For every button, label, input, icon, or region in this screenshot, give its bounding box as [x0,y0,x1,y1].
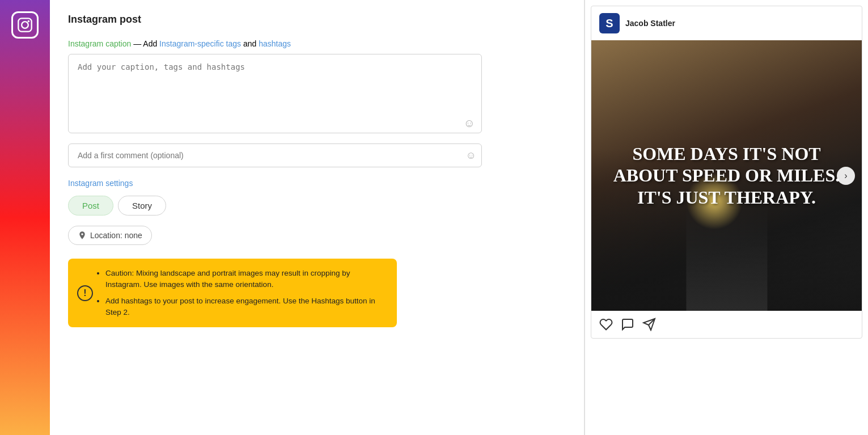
like-icon[interactable] [599,318,613,331]
comment-icon[interactable] [621,318,634,331]
location-label: Location: none [90,231,142,240]
caption-wrapper: ☺ [68,54,482,136]
warning-box: ! Caution: Mixing landscape and portrait… [68,259,397,327]
share-icon[interactable] [642,318,656,331]
story-button[interactable]: Story [118,196,166,216]
svg-point-1 [22,22,28,28]
preview-panel: S Jacob Statler SOME DAYS IT'S NOT ABOUT… [585,0,868,435]
caption-emoji-icon[interactable]: ☺ [464,117,475,130]
instagram-preview: S Jacob Statler SOME DAYS IT'S NOT ABOUT… [591,6,862,339]
next-arrow[interactable]: › [837,167,855,185]
preview-username: Jacob Statler [625,19,675,28]
instagram-sidebar-icon[interactable] [11,11,39,39]
comment-wrapper: ☺ [68,143,482,167]
svg-rect-0 [18,18,31,31]
preview-image-text: SOME DAYS IT'S NOT ABOUT SPEED OR MILES.… [591,132,862,219]
warning-item-2: Add hashtags to your post to increase en… [105,295,386,319]
caption-label-tags: Instagram-specific tags [159,39,241,48]
main-content: Instagram post Instagram caption — Add I… [50,0,585,435]
caption-label-and: and [241,39,259,48]
page-title: Instagram post [68,14,566,26]
avatar: S [599,13,620,33]
preview-image-container: SOME DAYS IT'S NOT ABOUT SPEED OR MILES.… [591,40,862,311]
location-icon [78,231,87,240]
instagram-settings-label: Instagram settings [68,179,566,188]
location-button[interactable]: Location: none [68,226,152,245]
post-type-toggle: Post Story [68,196,566,216]
comment-icons: ☺ [466,150,476,162]
warning-icon: ! [77,285,93,301]
sidebar [0,0,50,435]
caption-label: Instagram caption — Add Instagram-specif… [68,39,566,48]
comment-emoji-icon[interactable]: ☺ [466,150,476,162]
preview-header: S Jacob Statler [591,6,862,40]
caption-label-start: Instagram caption [68,39,131,48]
caption-label-dash: — Add [131,39,159,48]
svg-point-2 [28,20,30,23]
preview-actions [591,311,862,338]
comment-input[interactable] [68,143,482,167]
warning-item-1: Caution: Mixing landscape and portrait i… [105,268,386,291]
caption-textarea[interactable] [68,54,482,133]
post-button[interactable]: Post [68,196,113,216]
preview-image: SOME DAYS IT'S NOT ABOUT SPEED OR MILES.… [591,40,862,311]
warning-list: Caution: Mixing landscape and portrait i… [96,268,386,318]
caption-label-hashtags: hashtags [259,39,291,48]
